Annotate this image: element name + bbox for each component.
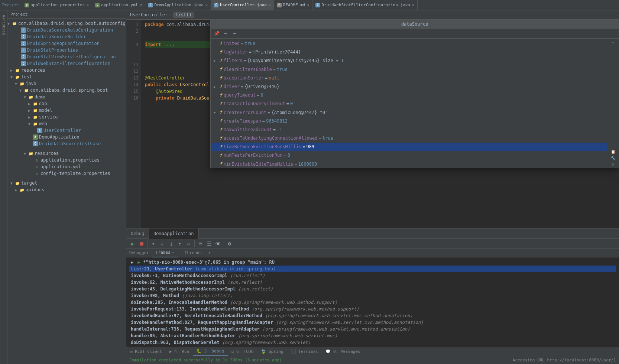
tab-druid-filter[interactable]: C DruidWebStatFilterConfiguration.java × [312, 0, 417, 10]
tree-item-model[interactable]: ▶ 📁 model [7, 107, 126, 114]
evaluate-btn[interactable]: ⌨ [196, 240, 204, 248]
tab-debug[interactable]: Debug [126, 228, 149, 239]
tree-item-DemoApplication[interactable]: A DemoApplication [7, 134, 126, 140]
run-tab-messages[interactable]: 💬 0: Messages [322, 347, 364, 356]
run-tab-debug[interactable]: 🐛 5: Debug [193, 347, 228, 356]
tab-app-yml[interactable]: y application.yml × [92, 0, 145, 10]
tree-item-web[interactable]: ▼ 📁 web [7, 120, 126, 127]
frame-http-nio[interactable]: ▶ ▶ *"http-nio-8080-exec-3"@7,065 in gro… [129, 259, 616, 266]
tree-item-DruidSpringAopConfiguration[interactable]: C DruidSpringAopConfiguration [7, 40, 126, 47]
run-tab-spring[interactable]: 🍃 Spring [257, 347, 287, 356]
tree-item-dao[interactable]: ▶ 📁 dao [7, 100, 126, 107]
expand-arrow[interactable]: ▶ [214, 84, 220, 90]
threads-subtab[interactable]: Threads _ ▾ [181, 248, 214, 257]
tree-item-DruidDataSourceTestCase[interactable]: C DruidDataSourceTestCase [7, 140, 126, 147]
tree-item-app-yml[interactable]: ⚙ application.yml [7, 163, 126, 170]
expand-arrow: ▶ [10, 68, 15, 72]
run-tab-todo[interactable]: ☑ 6: TODO [228, 347, 257, 356]
step-over-btn[interactable]: ↷ [149, 240, 157, 248]
tree-label: resources [35, 151, 59, 156]
threads-dropdown-icon[interactable]: ▾ [208, 251, 210, 255]
step-out-btn[interactable]: ↑ [176, 240, 184, 248]
frame-invoke498[interactable]: invoke:498, Method (java.lang.reflect) [129, 292, 616, 299]
tree-item-DruidStatProperties[interactable]: C DruidStatProperties [7, 47, 126, 53]
tree-item-app-properties[interactable]: ⚙ application.properties [7, 157, 126, 163]
popup-pin-btn[interactable]: 📌 [213, 30, 220, 37]
popup-row-filters[interactable]: ▶ f filters = {CopyOnWriteArrayList@7445… [211, 56, 607, 65]
frame-handleInternal738[interactable]: handleInternal:738, RequestMappingHandle… [129, 326, 616, 332]
expand-arrow[interactable]: ▶ [214, 58, 220, 64]
run-tab-run[interactable]: ▶ 4: Run [166, 347, 193, 356]
tree-item-target[interactable]: ▼ 📁 target [7, 180, 126, 186]
settings-btn[interactable]: ⚙ [226, 240, 234, 248]
stop-btn[interactable]: ⏹ [137, 240, 146, 248]
tab-close-icon[interactable]: × [140, 3, 142, 7]
popup-action-1[interactable]: 📋 [611, 150, 615, 154]
tree-item-java[interactable]: ▼ 📁 java [7, 80, 126, 87]
tab-user-controller[interactable]: C UserController.java × [211, 0, 274, 10]
tree-item-demo[interactable]: ▼ 📁 demo [7, 94, 126, 100]
frames-subtab-label: Frames [156, 250, 171, 255]
frames-btn[interactable]: ☰ [205, 240, 213, 248]
frame-doDispatch963[interactable]: doDispatch:963, DispatcherServlet (org.s… [129, 339, 616, 346]
frame-handle85[interactable]: handle:85, AbstractHandlerMethodAdapter … [129, 332, 616, 339]
tree-item-DruidDataSourceAutoConfiguration[interactable]: C DruidDataSourceAutoConfiguration [7, 27, 126, 33]
popup-row-driver[interactable]: ▶ f driver = {Driver@7446} [211, 82, 607, 91]
popup-content[interactable]: f inited = true f logWriter = {PrintWrit… [211, 39, 607, 168]
tree-item-autoconfigure[interactable]: ▼ 📁 com.alibaba.druid.spring.boot.autoco… [7, 20, 126, 27]
frame-invokeForRequest133[interactable]: invokeForRequest:133, InvocableHandlerMe… [129, 306, 616, 312]
force-step-into-btn[interactable]: ⤵ [167, 240, 175, 248]
tree-item-test[interactable]: ▼ 📁 test [7, 74, 126, 80]
tab-demo-application[interactable]: DemoApplication [149, 228, 198, 239]
tab-close-icon[interactable]: × [412, 3, 414, 7]
frames-subtab[interactable]: Frames ▾ [152, 248, 178, 257]
frame-invoke43[interactable]: invoke:43, DelegatingMethodAccessorImpl … [129, 286, 616, 292]
popup-row-createErrorCount[interactable]: ▶ f createErrorCount = {AtomicLong@7447}… [211, 108, 607, 117]
watches-btn[interactable]: 👁 [214, 240, 222, 248]
expand-arrow: ▶ [28, 108, 33, 113]
structure-tab[interactable]: Structure [1, 12, 6, 38]
frame-list21[interactable]: list:21, UserController (com.alibaba.dru… [129, 266, 616, 272]
tree-item-resources[interactable]: ▶ 📁 resources [7, 67, 126, 74]
popup-action-2[interactable]: 🔧 [611, 156, 615, 160]
tab-readme[interactable]: M README.md × [274, 0, 313, 10]
resume-btn[interactable]: ▶ [129, 240, 137, 248]
tab-app-properties[interactable]: p application.properties × [22, 0, 92, 10]
popup-back-btn[interactable]: ← [222, 30, 229, 37]
tree-item-com-pkg[interactable]: ▼ 📁 com.alibaba.druid.spring.boot [7, 87, 126, 94]
tab-close-icon[interactable]: × [307, 3, 309, 7]
tree-item-DruidWebStatFilterConfiguration[interactable]: C DruidWebStatFilterConfiguration [7, 60, 126, 67]
tree-item-DruidStatViewServletConfiguration[interactable]: C DruidStatViewServletConfiguration [7, 53, 126, 60]
tree-item-resources-main[interactable]: ▼ 📁 resources [7, 150, 126, 157]
folder-icon: 📁 [33, 121, 38, 126]
step-into-btn[interactable]: ↓ [158, 240, 166, 248]
tree-item-config-template[interactable]: ⚙ config-template.properties [7, 170, 126, 177]
project-label[interactable]: Project [0, 3, 22, 7]
run-to-cursor-btn[interactable]: ↩ [185, 240, 193, 248]
expand-arrow[interactable]: ▶ [214, 110, 220, 116]
frame-invoke0[interactable]: invoke0:-1, NativeMethodAccessorImpl (su… [129, 272, 616, 279]
expand-arrow: ▼ [7, 22, 12, 26]
breadcrumb-method[interactable]: list() [173, 12, 194, 18]
tree-item-UserController[interactable]: C UserController [7, 127, 126, 134]
tree-item-DruidDataSourceBuilder[interactable]: C DruidDataSourceBuilder [7, 33, 126, 40]
tab-close-icon[interactable]: × [269, 3, 271, 7]
run-tab-rest-client[interactable]: ✉ REST Client [126, 347, 166, 356]
popup-scroll-up[interactable]: ↑ [611, 40, 614, 46]
frame-doInvoke205[interactable]: doInvoke:205, InvocableHandlerMethod (or… [129, 299, 616, 306]
tab-close-icon[interactable]: × [87, 3, 89, 7]
frames-dropdown-icon[interactable]: ▾ [172, 250, 174, 254]
tab-close-icon[interactable]: × [205, 3, 208, 7]
frame-invokeHandlerMethod827[interactable]: invokeHandlerMethod:827, RequestMappingH… [129, 319, 616, 326]
popup-forward-btn[interactable]: → [231, 30, 238, 37]
status-url: Accessing URL http://localhost:8080/user… [513, 358, 616, 363]
frame-invokeAndHandle97[interactable]: invokeAndHandle:97, ServletInvocableHand… [129, 312, 616, 319]
tab-demo-app[interactable]: C DemoApplication.java × [145, 0, 211, 10]
frame-invoke62[interactable]: invoke:62, NativeMethodAccessorImpl (sun… [129, 279, 616, 286]
popup-action-3[interactable]: ⚙ [612, 162, 614, 166]
tree-item-service[interactable]: ▶ 📁 service [7, 114, 126, 120]
stack-frames-content[interactable]: ▶ ▶ *"http-nio-8080-exec-3"@7,065 in gro… [126, 257, 619, 347]
tree-item-apidocs[interactable]: ▶ 📁 apidocs [7, 186, 126, 193]
run-tab-terminal[interactable]: ⬛ Terminal [287, 347, 322, 356]
breadcrumb-separator: › [169, 12, 172, 17]
